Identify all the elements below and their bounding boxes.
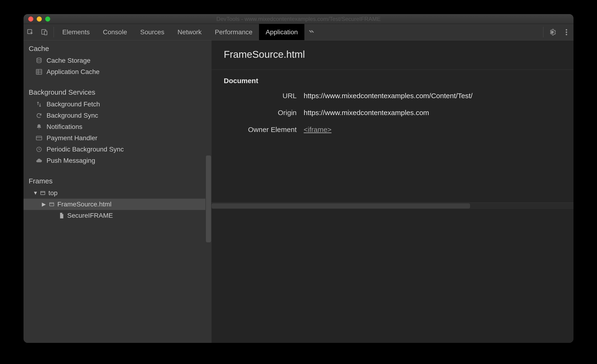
section-header-document: Document [224,77,561,85]
sidebar-scroll-thumb[interactable] [206,155,211,242]
grid-icon [35,68,43,76]
tree-item-secureiframe[interactable]: SecureIFRAME [24,210,212,221]
tab-console[interactable]: Console [96,24,134,40]
owner-element-link[interactable]: <iframe> [304,126,331,134]
cloud-icon [35,157,43,164]
divider [212,69,573,70]
tab-label: Performance [215,28,252,36]
sidebar-item-label: Notifications [47,123,82,130]
divider [54,27,54,37]
panel-body: Cache Cache Storage Application Cache Ba… [24,40,573,343]
sidebar-item-label: Background Fetch [47,100,100,108]
sidebar-item-label: Push Messaging [47,157,95,164]
sidebar-item-background-sync[interactable]: Background Sync [24,110,212,121]
sidebar-scrollbar[interactable] [205,40,212,343]
row-key: Origin [224,109,304,117]
tree-item-framesource[interactable]: ▶ FrameSource.html [24,199,212,210]
tree-item-label: top [48,189,58,197]
database-icon [35,57,43,64]
sidebar-item-push-messaging[interactable]: Push Messaging [24,155,212,166]
svg-rect-12 [36,136,42,140]
row-key: Owner Element [224,126,304,134]
row-url: URL https://www.mixedcontentexamples.com… [224,92,561,100]
sidebar-item-notifications[interactable]: Notifications [24,121,212,132]
frame-icon [39,190,46,196]
tabs-overflow-icon[interactable] [304,24,318,40]
devtools-window: DevTools - www.mixedcontentexamples.com/… [24,14,573,343]
svg-rect-8 [36,69,42,75]
settings-gear-icon[interactable] [545,24,559,40]
tab-label: Application [266,28,298,36]
tab-performance[interactable]: Performance [208,24,259,40]
svg-rect-15 [41,191,45,195]
credit-card-icon [35,134,43,142]
sidebar-section-frames: Frames [24,173,212,187]
tree-item-label: FrameSource.html [57,201,111,208]
application-sidebar: Cache Cache Storage Application Cache Ba… [24,40,212,343]
tab-label: Sources [140,28,164,36]
window-titlebar: DevTools - www.mixedcontentexamples.com/… [24,14,573,24]
frame-icon [48,201,55,208]
svg-point-6 [566,34,567,35]
bell-icon [35,123,43,130]
horizontal-scrollbar[interactable] [212,202,573,209]
inspect-element-icon[interactable] [24,24,38,40]
svg-point-3 [551,31,553,33]
sync-icon [35,112,43,119]
document-icon [58,212,65,219]
transfer-icon [35,100,43,108]
svg-point-5 [566,31,567,33]
tabstrip: Elements Console Sources Network Perform… [24,24,573,40]
svg-point-7 [37,58,41,59]
row-key: URL [224,92,304,100]
kebab-menu-icon[interactable] [559,24,573,40]
sidebar-item-label: Cache Storage [47,57,90,64]
svg-rect-17 [50,203,54,206]
sidebar-item-application-cache[interactable]: Application Cache [24,66,212,77]
sidebar-item-label: Periodic Background Sync [47,146,124,153]
svg-rect-2 [44,31,47,35]
tab-elements[interactable]: Elements [56,24,96,40]
device-toolbar-icon[interactable] [38,24,52,40]
close-window-button[interactable] [28,16,33,22]
row-value: https://www.mixedcontentexamples.com/Con… [304,92,473,100]
sidebar-item-cache-storage[interactable]: Cache Storage [24,55,212,66]
tab-sources[interactable]: Sources [134,24,171,40]
tree-item-label: SecureIFRAME [67,212,113,219]
sidebar-item-payment-handler[interactable]: Payment Handler [24,132,212,144]
minimize-window-button[interactable] [37,16,42,22]
frame-detail-panel: FrameSource.html Document URL https://ww… [212,40,573,343]
tab-label: Console [103,28,127,36]
tree-item-top[interactable]: ▼ top [24,187,212,199]
tab-label: Network [177,28,202,36]
tab-label: Elements [62,28,90,36]
sidebar-section-cache: Cache [24,40,212,55]
tab-network[interactable]: Network [171,24,208,40]
row-value: https://www.mixedcontentexamples.com [304,109,429,117]
sidebar-item-label: Background Sync [47,112,98,119]
divider [543,27,543,37]
horizontal-scroll-thumb[interactable] [212,203,470,209]
frame-detail-title: FrameSource.html [224,49,561,60]
zoom-window-button[interactable] [45,16,50,22]
sidebar-item-background-fetch[interactable]: Background Fetch [24,99,212,110]
window-title: DevTools - www.mixedcontentexamples.com/… [24,16,573,22]
clock-icon [35,146,43,153]
sidebar-section-background-services: Background Services [24,84,212,99]
row-origin: Origin https://www.mixedcontentexamples.… [224,109,561,117]
sidebar-item-label: Application Cache [47,68,100,76]
chevron-down-icon: ▼ [33,190,37,196]
row-owner-element: Owner Element <iframe> [224,126,561,134]
svg-point-4 [566,29,567,30]
sidebar-item-label: Payment Handler [47,134,97,142]
tab-application[interactable]: Application [259,24,304,40]
traffic-lights [28,16,50,22]
chevron-right-icon: ▶ [42,201,46,207]
sidebar-item-periodic-background-sync[interactable]: Periodic Background Sync [24,144,212,155]
